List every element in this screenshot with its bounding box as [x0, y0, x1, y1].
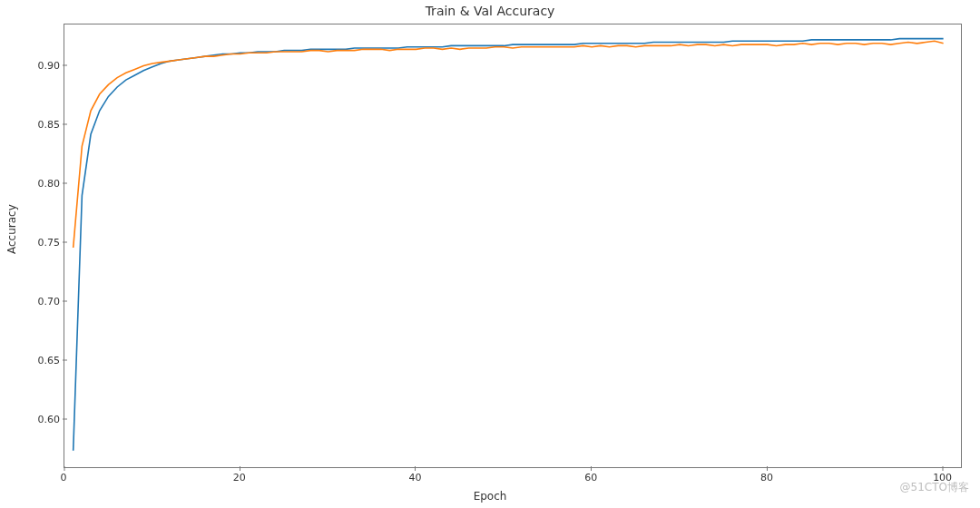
- line-train: [74, 39, 944, 451]
- plot-area: [64, 24, 962, 468]
- x-tick: 0: [61, 472, 67, 484]
- y-tick: 0.85: [15, 118, 60, 130]
- y-tick: 0.60: [15, 413, 60, 425]
- y-tick: 0.75: [15, 236, 60, 248]
- watermark: @51CTO博客: [900, 480, 969, 495]
- chart-title: Train & Val Accuracy: [0, 4, 980, 18]
- x-tick: 20: [233, 472, 246, 484]
- y-tick: 0.90: [15, 59, 60, 71]
- line-val: [74, 41, 944, 248]
- x-tick: 80: [760, 472, 773, 484]
- chart-lines: [64, 24, 961, 467]
- x-tick: 40: [408, 472, 421, 484]
- y-tick: 0.65: [15, 354, 60, 366]
- y-tick: 0.80: [15, 177, 60, 189]
- y-tick: 0.70: [15, 295, 60, 307]
- x-axis-label: Epoch: [0, 490, 980, 503]
- x-tick: 60: [584, 472, 597, 484]
